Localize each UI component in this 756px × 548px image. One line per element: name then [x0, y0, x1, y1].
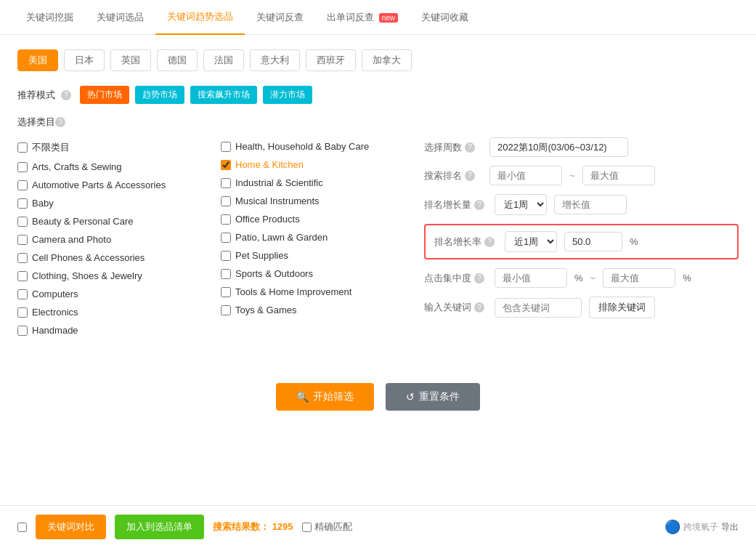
search-rank-dash: ~: [569, 170, 575, 181]
start-filter-button[interactable]: 🔍 开始筛选: [276, 383, 374, 411]
country-it[interactable]: 意大利: [250, 49, 300, 71]
cat-sports-checkbox[interactable]: [221, 269, 231, 279]
cat-health-checkbox[interactable]: [221, 142, 231, 152]
reset-conditions-button[interactable]: ↺ 重置条件: [386, 383, 480, 411]
tab-order-feedback[interactable]: 出单词反查 new: [315, 1, 410, 34]
watermark-text: 跨境氧子: [683, 521, 718, 533]
compare-keywords-button[interactable]: 关键词对比: [36, 515, 106, 539]
cat-industrial-checkbox[interactable]: [221, 178, 231, 188]
tab-keyword-feedback[interactable]: 关键词反查: [245, 1, 315, 34]
mode-hot[interactable]: 热门市场: [80, 86, 129, 104]
cat-industrial: Industrial & Scientific: [221, 174, 410, 192]
click-concentration-question-icon[interactable]: ?: [474, 273, 484, 283]
cat-cell-label: Cell Phones & Accessories: [32, 252, 145, 263]
rank-growth-value-input[interactable]: [554, 195, 627, 214]
country-ca[interactable]: 加拿大: [362, 49, 412, 71]
tab-keyword-selection[interactable]: 关键词选品: [85, 1, 155, 34]
cat-auto-checkbox[interactable]: [17, 180, 28, 190]
cat-musical: Musical Instruments: [221, 192, 410, 210]
mode-question-icon[interactable]: ?: [61, 90, 71, 100]
week-question-icon[interactable]: ?: [465, 142, 475, 153]
category-columns: 不限类目 Arts, Crafts & Sewing Automotive Pa…: [17, 137, 395, 339]
country-tabs: 美国 日本 英国 德国 法国 意大利 西班牙 加拿大: [17, 49, 739, 71]
cat-auto-label: Automotive Parts & Accessories: [32, 180, 166, 190]
country-jp[interactable]: 日本: [64, 49, 105, 71]
country-uk[interactable]: 英国: [110, 49, 151, 71]
cat-musical-checkbox[interactable]: [221, 196, 231, 206]
cat-camera-checkbox[interactable]: [17, 235, 28, 245]
keyword-question-icon[interactable]: ?: [474, 302, 484, 313]
click-min-unit: %: [574, 273, 583, 283]
rank-growth-rate-unit: %: [630, 236, 638, 247]
mode-trend[interactable]: 趋势市场: [135, 86, 184, 104]
cat-patio-label: Patio, Lawn & Garden: [235, 232, 328, 243]
bottom-checkbox[interactable]: [17, 523, 27, 532]
new-badge: new: [379, 13, 398, 23]
export-text[interactable]: 导出: [721, 521, 739, 533]
exclude-keyword-button[interactable]: 排除关键词: [589, 297, 655, 318]
start-filter-label: 开始筛选: [313, 390, 354, 403]
tab-keyword-collection[interactable]: 关键词收藏: [410, 1, 480, 34]
cat-baby-checkbox[interactable]: [17, 198, 28, 209]
cat-tools-checkbox[interactable]: [221, 287, 231, 297]
cat-handmade-checkbox[interactable]: [17, 326, 28, 336]
watermark: 🔵 跨境氧子 导出: [664, 519, 739, 535]
country-us[interactable]: 美国: [17, 49, 58, 71]
cat-handmade-label: Handmade: [32, 325, 78, 336]
cat-musical-label: Musical Instruments: [235, 196, 320, 206]
country-es[interactable]: 西班牙: [306, 49, 356, 71]
cat-computers-label: Computers: [32, 289, 78, 299]
cat-home-label: Home & Kitchen: [235, 159, 304, 170]
cat-office-checkbox[interactable]: [221, 214, 231, 225]
cat-beauty: Beauty & Personal Care: [17, 212, 206, 230]
week-filter-row: 选择周数 ? 2022第10周(03/06~03/12): [424, 137, 739, 157]
cat-arts-label: Arts, Crafts & Sewing: [32, 161, 122, 172]
add-to-selection-button[interactable]: 加入到选品清单: [115, 515, 204, 539]
cat-electronics-checkbox[interactable]: [17, 307, 28, 318]
tab-keyword-trend[interactable]: 关键词趋势选品: [155, 0, 245, 35]
cat-arts-checkbox[interactable]: [17, 162, 28, 172]
category-title: 选择类目 ?: [17, 116, 739, 129]
cat-pet-checkbox[interactable]: [221, 251, 231, 261]
cat-camera-label: Camera and Photo: [32, 234, 111, 245]
keyword-include-input[interactable]: [495, 298, 582, 318]
mode-potential[interactable]: 潜力市场: [263, 86, 312, 104]
category-col1: 不限类目 Arts, Crafts & Sewing Automotive Pa…: [17, 137, 206, 339]
search-rank-min-input[interactable]: [489, 166, 562, 185]
click-dash: ~: [590, 273, 596, 283]
cat-home: Home & Kitchen: [221, 156, 410, 174]
tab-keyword-mining[interactable]: 关键词挖掘: [15, 1, 85, 34]
search-rank-question-icon[interactable]: ?: [465, 171, 475, 181]
click-concentration-max-input[interactable]: [603, 268, 675, 288]
week-select[interactable]: 2022第10周(03/06~03/12): [489, 137, 628, 157]
bottom-bar: 关键词对比 加入到选品清单 搜索结果数： 1295 精确匹配 🔵 跨境氧子 导出: [0, 505, 756, 548]
country-de[interactable]: 德国: [157, 49, 198, 71]
cat-home-checkbox[interactable]: [221, 160, 231, 170]
cat-computers-checkbox[interactable]: [17, 289, 28, 299]
rank-growth-question-icon[interactable]: ?: [474, 200, 484, 210]
cat-toys-checkbox[interactable]: [221, 305, 231, 315]
cat-electronics: Electronics: [17, 303, 206, 321]
cat-electronics-label: Electronics: [32, 307, 78, 318]
rank-growth-rate-value-input[interactable]: [564, 232, 622, 251]
mode-search[interactable]: 搜索飙升市场: [190, 86, 257, 104]
cat-patio-checkbox[interactable]: [221, 233, 231, 243]
category-question-icon[interactable]: ?: [55, 117, 65, 127]
search-rank-max-input[interactable]: [582, 166, 655, 185]
rank-growth-amount-label: 排名增长量 ?: [424, 198, 487, 211]
exact-match-label: 精确匹配: [314, 520, 352, 533]
cat-all-checkbox[interactable]: [17, 142, 28, 153]
cat-auto: Automotive Parts & Accessories: [17, 176, 206, 194]
cat-cell-checkbox[interactable]: [17, 253, 28, 263]
cat-computers: Computers: [17, 285, 206, 303]
click-concentration-min-input[interactable]: [495, 268, 567, 288]
reset-icon: ↺: [406, 391, 415, 403]
rank-growth-rate-question-icon[interactable]: ?: [484, 237, 495, 247]
country-fr[interactable]: 法国: [203, 49, 244, 71]
week-label: 选择周数 ?: [424, 141, 482, 154]
rank-growth-period-select[interactable]: 近1周: [495, 194, 547, 215]
exact-match-checkbox[interactable]: [302, 523, 312, 532]
rank-growth-rate-period-select[interactable]: 近1周: [505, 231, 557, 252]
cat-clothing-checkbox[interactable]: [17, 271, 28, 281]
cat-beauty-checkbox[interactable]: [17, 217, 28, 227]
